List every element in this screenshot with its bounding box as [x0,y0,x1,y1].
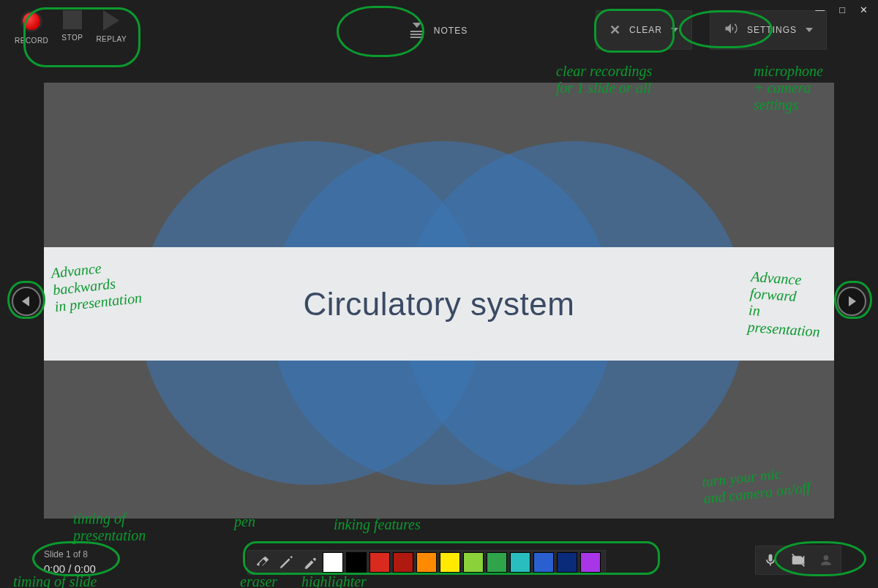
replay-button[interactable]: REPLAY [96,10,127,45]
clear-label: CLEAR [629,25,662,35]
close-button[interactable]: ✕ [860,4,868,15]
next-slide-button[interactable] [837,287,866,316]
color-swatch-5[interactable] [440,552,460,573]
chevron-right-icon [849,296,856,306]
color-swatch-10[interactable] [557,552,577,573]
notes-button[interactable]: NOTES [391,10,487,51]
record-button[interactable]: RECORD [15,10,48,45]
replay-icon [103,10,119,31]
eraser-tool[interactable] [252,552,273,573]
color-swatch-2[interactable] [369,552,390,573]
notes-label: NOTES [434,26,468,36]
maximize-button[interactable]: □ [839,4,845,15]
minimize-button[interactable]: — [815,4,825,15]
slide-indicator: Slide 1 of 8 [44,549,96,559]
bottom-toolbar: Slide 1 of 8 0:00 / 0:00 [0,533,878,588]
record-icon [20,10,42,32]
settings-label: SETTINGS [747,25,797,35]
notes-icon [410,23,424,39]
slide-title: Circulatory system [304,286,575,323]
status-area: Slide 1 of 8 0:00 / 0:00 [44,549,96,575]
record-controls: RECORD STOP REPLAY [15,10,127,45]
record-label: RECORD [15,37,48,45]
color-swatch-3[interactable] [393,552,413,573]
color-swatch-7[interactable] [487,552,507,573]
chevron-left-icon [22,296,29,306]
cameo-toggle[interactable] [814,549,838,571]
color-swatch-8[interactable] [510,552,530,573]
color-swatch-0[interactable] [323,552,343,573]
camera-toggle[interactable] [787,549,810,571]
color-swatch-6[interactable] [463,552,484,573]
stop-label: STOP [61,34,83,42]
color-swatch-11[interactable] [580,552,601,573]
timing-display: 0:00 / 0:00 [44,562,96,575]
annot-inking: inking features [334,516,421,533]
pen-tool[interactable] [276,552,296,573]
right-toolbar: ✕ CLEAR SETTINGS [596,10,827,50]
settings-button[interactable]: SETTINGS [710,10,827,50]
media-controls [755,546,841,575]
previous-slide-button[interactable] [12,287,41,316]
speaker-icon [724,21,738,39]
stop-button[interactable]: STOP [61,10,83,45]
color-swatch-9[interactable] [533,552,554,573]
clear-button[interactable]: ✕ CLEAR [596,10,692,50]
replay-label: REPLAY [96,35,127,43]
color-swatch-4[interactable] [416,552,437,573]
ink-toolbar [247,550,606,575]
chevron-down-icon [671,28,678,32]
microphone-toggle[interactable] [759,549,782,571]
highlighter-tool[interactable] [299,552,320,573]
color-swatch-1[interactable] [346,552,367,573]
stop-icon [63,10,82,29]
slide-stage: Circulatory system [44,83,834,519]
chevron-down-icon [806,28,813,32]
title-band: Circulatory system [44,247,834,361]
window-controls: — □ ✕ [815,4,868,15]
clear-icon: ✕ [609,22,620,38]
